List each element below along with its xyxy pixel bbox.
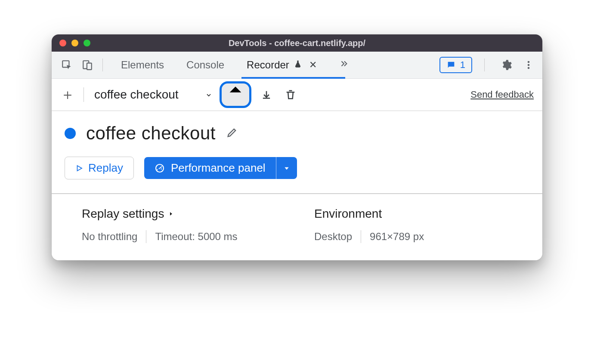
performance-panel-button[interactable]: Performance panel — [144, 157, 276, 179]
svg-point-5 — [528, 67, 530, 69]
close-tab-icon[interactable]: ✕ — [309, 59, 317, 71]
delete-recording-button[interactable] — [282, 86, 299, 103]
settings-gear-icon[interactable] — [500, 59, 512, 71]
caret-right-icon — [168, 207, 173, 221]
issues-count: 1 — [460, 59, 465, 71]
environment-viewport: 961×789 px — [370, 231, 424, 243]
tab-console[interactable]: Console — [184, 52, 227, 78]
recording-status-dot — [65, 128, 76, 139]
panel-tabs: Elements Console Recorder ✕ — [118, 52, 351, 78]
replay-settings-heading[interactable]: Replay settings — [82, 207, 280, 221]
edit-title-button[interactable] — [226, 126, 238, 140]
environment-section: Environment Desktop 961×789 px — [314, 207, 512, 243]
svg-rect-2 — [87, 63, 92, 70]
environment-heading-label: Environment — [314, 207, 382, 221]
tab-label: Console — [186, 59, 224, 71]
play-icon — [75, 164, 83, 172]
recording-selector-label: coffee checkout — [94, 88, 179, 102]
performance-panel-dropdown[interactable] — [276, 157, 297, 179]
experiment-flask-icon — [294, 59, 302, 71]
devtools-window: DevTools - coffee-cart.netlify.app/ Elem… — [52, 34, 542, 260]
inspect-element-icon[interactable] — [59, 57, 75, 73]
divider — [484, 59, 485, 71]
recording-settings: Replay settings No throttling Timeout: 5… — [52, 194, 542, 260]
issues-badge[interactable]: 1 — [439, 57, 472, 73]
tab-label: Elements — [121, 59, 164, 71]
replay-label: Replay — [88, 161, 123, 175]
divider — [84, 87, 84, 102]
recording-title: coffee checkout — [86, 123, 216, 144]
tab-elements[interactable]: Elements — [118, 52, 167, 78]
window-title: DevTools - coffee-cart.netlify.app/ — [229, 38, 365, 48]
divider — [361, 230, 361, 243]
recorder-toolbar: ＋ coffee checkout Send feedback — [52, 79, 542, 111]
new-recording-button[interactable]: ＋ — [60, 85, 73, 105]
window-zoom-button[interactable] — [84, 40, 90, 46]
recording-header: coffee checkout Replay Performance panel — [52, 111, 542, 194]
divider — [102, 59, 103, 71]
titlebar: DevTools - coffee-cart.netlify.app/ — [52, 34, 542, 52]
chevron-down-icon — [204, 88, 213, 102]
devtools-tabstrip: Elements Console Recorder ✕ 1 — [52, 52, 542, 79]
environment-heading: Environment — [314, 207, 512, 221]
more-tabs-button[interactable] — [337, 52, 351, 78]
export-recording-button[interactable] — [222, 83, 249, 106]
timeout-value: Timeout: 5000 ms — [155, 231, 237, 243]
import-recording-button[interactable] — [258, 86, 275, 103]
chevron-double-right-icon — [339, 59, 349, 71]
download-icon — [260, 89, 272, 101]
trash-icon — [285, 89, 297, 101]
svg-point-3 — [528, 61, 530, 63]
window-minimize-button[interactable] — [71, 40, 78, 46]
upload-icon — [222, 81, 249, 108]
window-controls — [59, 40, 90, 46]
environment-device: Desktop — [314, 231, 352, 243]
svg-point-4 — [528, 64, 530, 66]
gauge-icon — [155, 163, 165, 173]
replay-button[interactable]: Replay — [65, 157, 134, 179]
device-toolbar-icon[interactable] — [79, 57, 96, 73]
recording-selector[interactable]: coffee checkout — [94, 88, 213, 102]
tab-recorder[interactable]: Recorder ✕ — [244, 52, 319, 78]
window-close-button[interactable] — [59, 40, 66, 46]
divider — [146, 230, 146, 243]
send-feedback-link[interactable]: Send feedback — [470, 89, 534, 100]
performance-panel-button-group: Performance panel — [144, 157, 297, 179]
replay-settings-section: Replay settings No throttling Timeout: 5… — [82, 207, 280, 243]
caret-down-icon — [283, 165, 290, 171]
tab-label: Recorder — [247, 59, 289, 71]
performance-panel-label: Performance panel — [171, 161, 266, 175]
throttling-value: No throttling — [82, 231, 137, 243]
more-menu-icon[interactable] — [523, 59, 535, 71]
replay-settings-heading-label: Replay settings — [82, 207, 164, 221]
